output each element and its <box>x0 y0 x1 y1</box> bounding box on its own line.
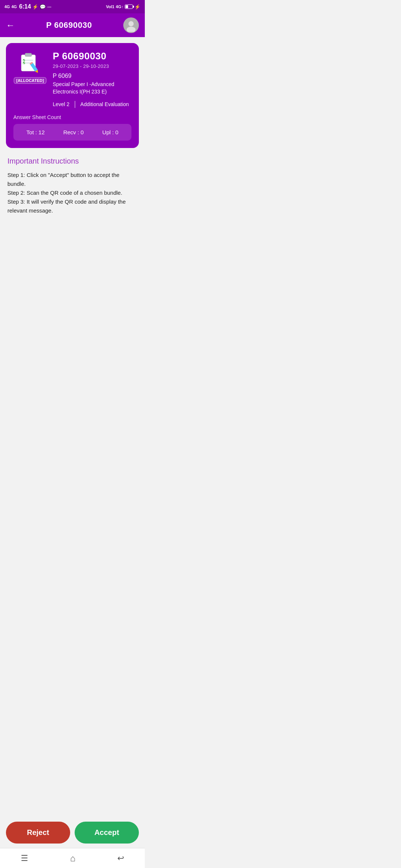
allocated-badge: [ALLOCATED] <box>14 77 46 84</box>
status-bar: 4G 4G 6:14 ⚡ 💬 ··· Vol1 4G↑ ⚡ <box>0 0 145 13</box>
avatar[interactable] <box>123 17 139 33</box>
instructions-section: Important Instructions Step 1: Click on … <box>6 157 139 215</box>
status-left: 4G 4G 6:14 ⚡ 💬 ··· <box>4 3 51 10</box>
signal-4g-right: 4G <box>12 4 17 9</box>
card-meta: Level 2 | Additional Evaluation <box>53 100 131 108</box>
card-evaluation-type: Additional Evaluation <box>80 101 129 107</box>
back-button[interactable]: ← <box>6 20 15 30</box>
card-level: Level 2 <box>53 101 69 107</box>
whatsapp-icon: 💬 <box>40 4 46 10</box>
recv-count: Recv : 0 <box>63 129 84 135</box>
signal-4g-left: 4G <box>4 4 10 9</box>
battery-tip <box>133 6 134 8</box>
tot-count: Tot : 12 <box>26 129 45 135</box>
main-content: [ALLOCATED] P 60690030 29-07-2023 - 29-1… <box>0 37 145 269</box>
battery-icon <box>125 4 133 9</box>
clipboard-pencil-icon <box>16 50 44 75</box>
svg-point-1 <box>128 21 134 26</box>
bundle-card: [ALLOCATED] P 60690030 29-07-2023 - 29-1… <box>6 43 139 148</box>
vol-icon: Vol1 <box>106 4 114 9</box>
card-icon-area: [ALLOCATED] <box>13 50 47 84</box>
more-icon: ··· <box>47 4 51 10</box>
card-code: P 6069 <box>53 73 131 79</box>
upl-count: Upl : 0 <box>102 129 118 135</box>
nav-bar: ← P 60690030 <box>0 13 145 37</box>
status-right: Vol1 4G↑ ⚡ <box>106 4 140 10</box>
card-top: [ALLOCATED] P 60690030 29-07-2023 - 29-1… <box>13 50 131 108</box>
instructions-text: Step 1: Click on "Accept" button to acce… <box>7 171 137 215</box>
card-title: P 60690030 <box>53 50 131 62</box>
usb-icon: ⚡ <box>32 4 38 10</box>
meta-divider: | <box>74 100 76 108</box>
time-display: 6:14 <box>19 3 31 10</box>
charging-icon: ⚡ <box>134 4 140 10</box>
svg-rect-4 <box>25 53 32 56</box>
instructions-title: Important Instructions <box>7 157 137 165</box>
card-subject: Special Paper I -Advanced Electronics I(… <box>53 81 131 95</box>
answer-sheet-row: Tot : 12 Recv : 0 Upl : 0 <box>13 124 131 141</box>
card-dates: 29-07-2023 - 29-10-2023 <box>53 63 131 69</box>
card-info: P 60690030 29-07-2023 - 29-10-2023 P 606… <box>53 50 131 108</box>
page-title: P 60690030 <box>46 20 92 30</box>
battery-fill <box>125 5 128 8</box>
lte2-icon: 4G↑ <box>116 4 123 9</box>
answer-sheet-label: Answer Sheet Count <box>13 114 131 120</box>
svg-rect-5 <box>26 60 33 61</box>
